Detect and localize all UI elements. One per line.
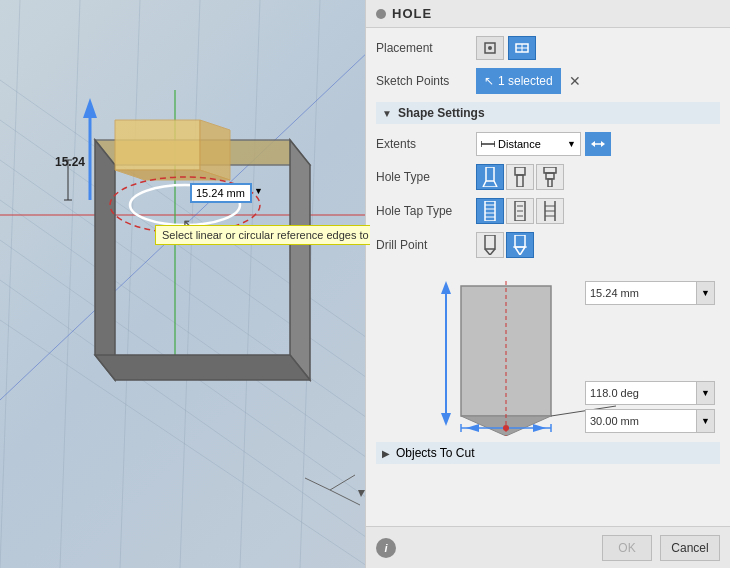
svg-line-0: [0, 80, 370, 340]
svg-marker-21: [290, 140, 310, 380]
drill-point-row: Drill Point: [376, 232, 720, 258]
panel-footer: i OK Cancel: [366, 526, 730, 568]
svg-line-18: [305, 478, 330, 490]
angle-value-container: 118.0 deg ▼: [585, 381, 715, 405]
dimension-dropdown-arrow[interactable]: ▼: [254, 186, 263, 196]
angle-dropdown-arrow[interactable]: ▼: [696, 382, 714, 404]
selected-count-label: 1 selected: [498, 74, 553, 88]
svg-rect-54: [548, 179, 552, 187]
3d-viewport[interactable]: ↖ 15.24 15.24 mm ▼ Select linear or circ…: [0, 0, 370, 568]
placement-btn-1[interactable]: [476, 36, 504, 60]
info-button[interactable]: i: [376, 538, 396, 558]
svg-marker-45: [601, 141, 605, 147]
hole-tap-type-icons: [476, 198, 564, 224]
extents-row: Extents Distance ▼: [376, 132, 720, 156]
shape-settings-title: Shape Settings: [398, 106, 485, 120]
svg-marker-22: [95, 355, 310, 380]
depth-dropdown-arrow[interactable]: ▼: [696, 282, 714, 304]
objects-to-cut-header[interactable]: ▶ Objects To Cut: [376, 442, 720, 464]
svg-marker-77: [441, 281, 451, 294]
hole-type-btn-3[interactable]: [536, 164, 564, 190]
depth-value-container: 15.24 mm ▼: [585, 281, 715, 305]
dimension-label: 15.24: [55, 155, 85, 169]
extents-dropdown-arrow: ▼: [567, 139, 576, 149]
svg-line-73: [515, 247, 520, 255]
hole-type-btn-2[interactable]: [506, 164, 534, 190]
svg-marker-86: [466, 424, 479, 432]
svg-line-11: [240, 0, 260, 568]
tap-type-btn-1[interactable]: [476, 198, 504, 224]
width-dropdown[interactable]: 30.00 mm ▼: [585, 409, 715, 433]
depth-dropdown[interactable]: 15.24 mm ▼: [585, 281, 715, 305]
svg-marker-87: [533, 424, 546, 432]
svg-line-47: [483, 181, 486, 187]
cancel-button[interactable]: Cancel: [660, 535, 720, 561]
placement-icons: [476, 36, 536, 60]
tap-type-btn-2[interactable]: [506, 198, 534, 224]
svg-rect-69: [485, 235, 495, 249]
header-dot: [376, 9, 386, 19]
width-dropdown-arrow[interactable]: ▼: [696, 410, 714, 432]
svg-line-17: [330, 475, 355, 490]
hole-type-row: Hole Type: [376, 164, 720, 190]
svg-point-88: [503, 425, 509, 431]
svg-rect-72: [515, 235, 525, 247]
dimension-input[interactable]: 15.24 mm: [190, 183, 252, 203]
tap-type-btn-3[interactable]: [536, 198, 564, 224]
panel-title: HOLE: [392, 6, 432, 21]
drill-point-label: Drill Point: [376, 238, 476, 252]
hole-tap-type-label: Hole Tap Type: [376, 204, 476, 218]
flip-icon: [591, 138, 605, 150]
footer-buttons: OK Cancel: [602, 535, 720, 561]
extents-flip-button[interactable]: [585, 132, 611, 156]
svg-marker-29: [83, 98, 97, 118]
sketch-points-close[interactable]: ✕: [565, 71, 585, 91]
distance-icon: [481, 139, 495, 149]
angle-dropdown[interactable]: 118.0 deg ▼: [585, 381, 715, 405]
svg-line-7: [0, 0, 20, 568]
cursor-icon: ↖: [484, 74, 494, 88]
svg-line-48: [494, 181, 497, 187]
placement-btn-2[interactable]: [508, 36, 536, 60]
svg-marker-44: [591, 141, 595, 147]
viewport-svg: ↖: [0, 0, 370, 568]
sketch-points-label: Sketch Points: [376, 74, 476, 88]
svg-line-16: [330, 490, 360, 505]
sketch-points-row: Sketch Points ↖ 1 selected ✕: [376, 68, 720, 94]
panel-header: HOLE: [366, 0, 730, 28]
panel-body: Placement Sketch Po: [366, 28, 730, 478]
ok-button[interactable]: OK: [602, 535, 652, 561]
svg-point-36: [488, 46, 492, 50]
svg-line-2: [0, 160, 370, 420]
width-value-container: 30.00 mm ▼: [585, 409, 715, 433]
sketch-points-button[interactable]: ↖ 1 selected: [476, 68, 561, 94]
hole-location-tooltip: Select linear or circular reference edge…: [155, 225, 370, 245]
hole-type-label: Hole Type: [376, 170, 476, 184]
angle-value: 118.0 deg: [586, 387, 696, 399]
svg-line-5: [0, 280, 370, 540]
width-value: 30.00 mm: [586, 415, 696, 427]
extents-dropdown[interactable]: Distance ▼: [476, 132, 581, 156]
svg-marker-78: [441, 413, 451, 426]
depth-value: 15.24 mm: [586, 287, 696, 299]
hole-type-btn-1[interactable]: [476, 164, 504, 190]
drill-point-btn-1[interactable]: [476, 232, 504, 258]
shape-settings-header[interactable]: ▼ Shape Settings: [376, 102, 720, 124]
objects-section-triangle-icon: ▶: [382, 448, 390, 459]
drill-point-btn-2[interactable]: [506, 232, 534, 258]
svg-rect-46: [486, 167, 494, 181]
svg-line-70: [485, 249, 490, 255]
svg-rect-50: [515, 167, 525, 175]
placement-row: Placement: [376, 36, 720, 60]
extents-value: Distance: [498, 138, 564, 150]
svg-line-10: [180, 0, 200, 568]
svg-rect-53: [546, 173, 554, 179]
svg-rect-55: [485, 201, 495, 221]
hole-type-icons: [476, 164, 564, 190]
svg-line-74: [520, 247, 525, 255]
hole-tap-type-row: Hole Tap Type: [376, 198, 720, 224]
section-triangle-icon: ▼: [382, 108, 392, 119]
hole-panel: HOLE Placement: [365, 0, 730, 568]
svg-rect-52: [544, 167, 556, 173]
objects-to-cut-title: Objects To Cut: [396, 446, 474, 460]
